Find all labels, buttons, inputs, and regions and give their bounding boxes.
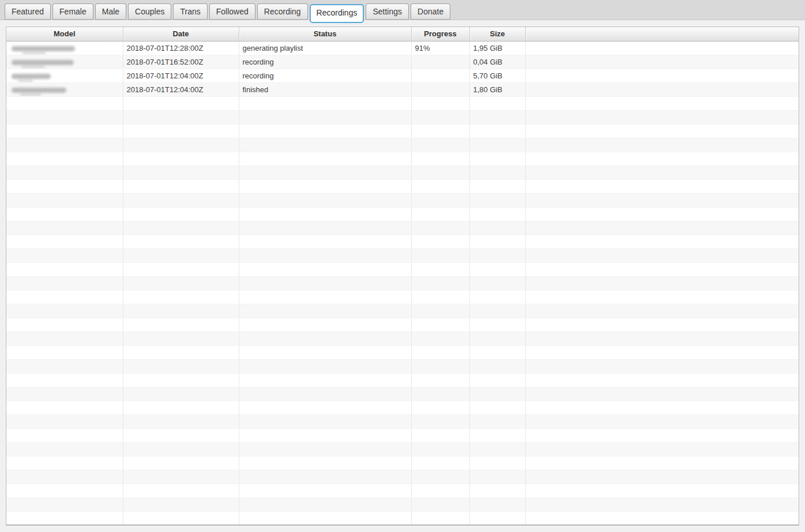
empty-row <box>6 235 799 248</box>
date-cell: 2018-07-01T12:04:00Z <box>123 69 239 82</box>
empty-row <box>6 401 799 414</box>
empty-row <box>6 96 799 110</box>
model-cell <box>6 82 123 96</box>
tab-recording[interactable]: Recording <box>257 3 308 20</box>
progress-cell <box>411 82 469 96</box>
empty-row <box>6 484 799 497</box>
empty-row <box>6 456 799 470</box>
model-name-redacted <box>12 88 66 93</box>
model-name-redacted <box>12 46 75 51</box>
empty-row <box>6 193 799 207</box>
empty-row <box>6 276 799 290</box>
tab-couples[interactable]: Couples <box>128 3 171 20</box>
column-header-date: Date <box>123 27 239 41</box>
date-cell: 2018-07-01T12:28:00Z <box>123 41 239 55</box>
empty-row <box>6 207 799 221</box>
table-row[interactable]: 2018-07-01T16:52:00Zrecording0,04 GiB <box>6 55 799 69</box>
status-cell: generating playlist <box>239 41 411 55</box>
tab-followed[interactable]: Followed <box>209 3 255 20</box>
empty-row <box>6 262 799 276</box>
size-cell: 1,80 GiB <box>469 82 525 96</box>
empty-row <box>6 304 799 318</box>
status-cell: finished <box>239 82 411 96</box>
model-cell <box>6 69 123 82</box>
empty-row <box>6 221 799 235</box>
empty-row <box>6 414 799 428</box>
empty-row <box>6 428 799 442</box>
spacer-cell <box>525 69 799 82</box>
tab-recordings[interactable]: Recordings <box>310 4 364 23</box>
spacer-cell <box>525 41 799 55</box>
size-cell: 5,70 GiB <box>469 69 525 82</box>
tab-bar: FeaturedFemaleMaleCouplesTransFollowedRe… <box>0 0 805 20</box>
empty-row <box>6 359 799 373</box>
spacer-cell <box>525 55 799 69</box>
empty-row <box>6 497 799 511</box>
column-header-spacer <box>525 27 799 41</box>
column-header-progress: Progress <box>411 27 469 41</box>
content-area: ModelDateStatusProgressSize 2018-07-01T1… <box>0 20 805 526</box>
empty-row <box>6 511 799 525</box>
empty-row <box>6 387 799 401</box>
table-header-row: ModelDateStatusProgressSize <box>6 27 799 41</box>
empty-row <box>6 124 799 138</box>
size-cell: 1,95 GiB <box>469 41 525 55</box>
table-row[interactable]: 2018-07-01T12:04:00Zfinished1,80 GiB <box>6 82 799 96</box>
empty-row <box>6 138 799 152</box>
table-body: 2018-07-01T12:28:00Zgenerating playlist9… <box>6 41 799 525</box>
tab-male[interactable]: Male <box>95 3 126 20</box>
tab-featured[interactable]: Featured <box>5 3 51 20</box>
model-cell <box>6 41 123 55</box>
empty-row <box>6 345 799 359</box>
column-header-size: Size <box>469 27 525 41</box>
status-cell: recording <box>239 69 411 82</box>
model-cell <box>6 55 123 69</box>
progress-cell <box>411 69 469 82</box>
recordings-table: ModelDateStatusProgressSize 2018-07-01T1… <box>6 27 799 526</box>
empty-row <box>6 470 799 484</box>
tab-trans[interactable]: Trans <box>173 3 207 20</box>
progress-cell <box>411 55 469 69</box>
spacer-cell <box>525 82 799 96</box>
empty-row <box>6 179 799 193</box>
empty-row <box>6 165 799 179</box>
table-row[interactable]: 2018-07-01T12:28:00Zgenerating playlist9… <box>6 41 799 55</box>
empty-row <box>6 248 799 262</box>
recordings-table-container: ModelDateStatusProgressSize 2018-07-01T1… <box>6 27 799 526</box>
table-row[interactable]: 2018-07-01T12:04:00Zrecording5,70 GiB <box>6 69 799 82</box>
tab-donate[interactable]: Donate <box>411 3 450 20</box>
empty-row <box>6 152 799 165</box>
empty-row <box>6 110 799 124</box>
progress-cell: 91% <box>411 41 469 55</box>
model-name-redacted <box>12 74 51 79</box>
empty-row <box>6 373 799 387</box>
status-cell: recording <box>239 55 411 69</box>
empty-row <box>6 318 799 331</box>
empty-row <box>6 442 799 456</box>
column-header-status: Status <box>239 27 411 41</box>
tab-settings[interactable]: Settings <box>366 3 409 20</box>
column-header-model: Model <box>6 27 123 41</box>
empty-row <box>6 290 799 304</box>
empty-row <box>6 331 799 345</box>
date-cell: 2018-07-01T16:52:00Z <box>123 55 239 69</box>
model-name-redacted <box>12 60 74 65</box>
tab-female[interactable]: Female <box>52 3 93 20</box>
date-cell: 2018-07-01T12:04:00Z <box>123 82 239 96</box>
size-cell: 0,04 GiB <box>469 55 525 69</box>
